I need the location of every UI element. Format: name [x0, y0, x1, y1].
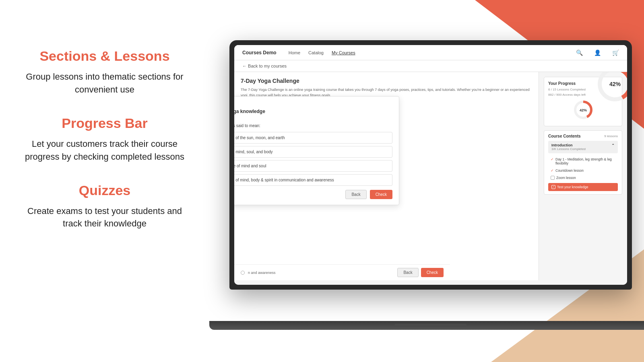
laptop-screen: Courses Demo Home Catalog My Courses 🔍 👤…	[234, 45, 627, 285]
second-check-button[interactable]: Check	[421, 268, 444, 277]
check-icon-2: ✓	[551, 169, 554, 173]
back-to-courses-link[interactable]: ← Back to my courses	[242, 64, 287, 68]
cc-title: Course Contents	[548, 134, 581, 138]
cc-active-lesson-text: Test your knowledge	[557, 185, 588, 189]
quiz-title: Test your yoga knowledge	[234, 109, 392, 114]
active-checkbox: ✓	[551, 185, 555, 189]
cc-section-title: Introduction	[551, 143, 615, 147]
cc-count: 9 lessons	[604, 134, 618, 138]
cc-lesson-1[interactable]: ✓ Day 1 - Meditation, leg strength & leg…	[548, 156, 618, 167]
check-icon-1: ✓	[551, 157, 554, 161]
course-title: 7-Day Yoga Challenge	[241, 78, 532, 84]
svg-text:42%: 42%	[609, 81, 621, 87]
cc-lesson-3-text: Zoom lesson	[556, 176, 576, 180]
cc-active-lesson[interactable]: ✓ Test your knowledge	[548, 183, 618, 191]
quiz-option-3[interactable]: The peace of mind and soul	[234, 160, 392, 172]
screen-content: Courses Demo Home Catalog My Courses 🔍 👤…	[234, 45, 627, 285]
quiz-option-3-text: The peace of mind and soul	[234, 164, 266, 168]
second-quiz-option-text: n and awareness	[248, 271, 276, 275]
laptop-base	[209, 321, 644, 330]
cc-lesson-3[interactable]: Zoom lesson	[548, 174, 618, 181]
search-icon[interactable]: 🔍	[576, 49, 583, 56]
second-back-button[interactable]: Back	[397, 268, 418, 277]
back-link-bar: ← Back to my courses	[234, 60, 627, 72]
laptop-body: Courses Demo Home Catalog My Courses 🔍 👤…	[229, 40, 632, 290]
quiz-buttons: Back Check	[234, 190, 392, 199]
progress-circle-large: 42%	[597, 72, 627, 102]
second-quiz-buttons: Back Check	[397, 268, 444, 277]
quizzes-title: Quizzes	[24, 183, 185, 198]
left-panel: Sections & Lessons Group lessons into th…	[0, 0, 209, 362]
quiz-option-1[interactable]: The union of the sun, moon, and earth	[234, 132, 392, 144]
cc-lesson-1-text: Day 1 - Meditation, leg strength & leg f…	[555, 157, 615, 165]
quiz-question-label: Question 1:	[234, 118, 392, 122]
svg-text:42%: 42%	[579, 108, 586, 112]
quiz-overlay: Quiz Test your yoga knowledge Question 1…	[234, 96, 399, 205]
radio-bottom	[241, 271, 245, 275]
laptop-wrapper: Courses Demo Home Catalog My Courses 🔍 👤…	[209, 40, 644, 330]
quiz-option-4-text: The union of mind, body & spirit in comm…	[234, 178, 334, 182]
quiz-question-text: The term Yoga is said to mean:	[234, 123, 392, 128]
sections-lessons-desc: Group lessons into thematic sections for…	[24, 70, 185, 96]
user-icon[interactable]: 👤	[594, 49, 601, 56]
laptop-notch	[394, 324, 467, 327]
cart-icon[interactable]: 🛒	[612, 49, 619, 56]
checkbox-3	[551, 176, 555, 180]
quiz-option-2[interactable]: The union mind, soul, and body	[234, 146, 392, 158]
cc-lesson-2[interactable]: ✓ Countdown lesson	[548, 167, 618, 174]
second-quiz-row: n and awareness Back Check	[234, 264, 450, 280]
quizzes-desc: Create exams to test your students and t…	[24, 205, 185, 230]
sections-lessons-title: Sections & Lessons	[24, 48, 185, 64]
nav-my-courses[interactable]: My Courses	[332, 50, 355, 55]
cc-lesson-2-text: Countdown lesson	[555, 169, 584, 173]
nav-home[interactable]: Home	[289, 50, 300, 55]
cc-header: Course Contents 9 lessons	[548, 134, 618, 138]
cc-section[interactable]: ⌃ Introduction 3/K Lessons Completed	[548, 141, 618, 153]
cc-section-sub: 3/K Lessons Completed	[551, 147, 615, 151]
main-area: 7-Day Yoga Challenge The 7-Day Yoga Chal…	[234, 72, 627, 280]
progress-bar-title: Progress Bar	[24, 115, 185, 131]
quiz-back-button[interactable]: Back	[345, 190, 366, 199]
quiz-option-4[interactable]: The union of mind, body & spirit in comm…	[234, 174, 392, 186]
quiz-option-1-text: The union of the sun, moon, and earth	[234, 136, 285, 140]
progress-card: 42% Your Progress 6 / 15 Lessons Complet…	[544, 77, 622, 126]
nav-catalog[interactable]: Catalog	[308, 50, 324, 55]
quiz-check-button[interactable]: Check	[370, 190, 392, 199]
course-contents-card: Course Contents 9 lessons ⌃ Introduction…	[544, 130, 622, 195]
quiz-label: Quiz	[234, 102, 392, 106]
content-right: 42% Your Progress 6 / 15 Lessons Complet…	[539, 72, 627, 280]
progress-circle-small: 42%	[573, 99, 594, 120]
quiz-option-2-text: The union mind, soul, and body	[234, 150, 273, 154]
nav-brand: Courses Demo	[242, 50, 277, 56]
chevron-up-icon: ⌃	[611, 143, 615, 148]
nav-bar: Courses Demo Home Catalog My Courses 🔍 👤…	[234, 45, 627, 60]
progress-bar-desc: Let your customers track their course pr…	[24, 138, 185, 163]
content-left: 7-Day Yoga Challenge The 7-Day Yoga Chal…	[234, 72, 539, 280]
